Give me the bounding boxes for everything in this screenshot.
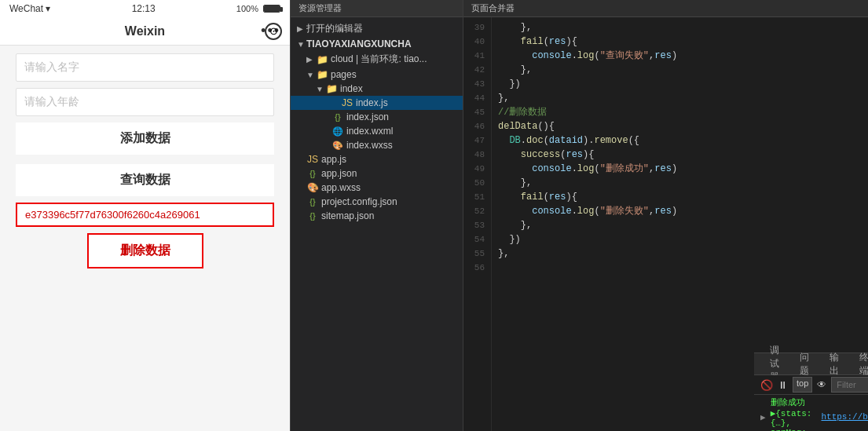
filter-input[interactable]	[831, 377, 868, 393]
data-id-display: e373396c5f77d76300f6260c4a269061	[16, 203, 274, 227]
app-js-label: app.js	[321, 154, 346, 165]
index-folder-label: index	[340, 83, 363, 94]
code-line: console.log("删除成功",res)	[498, 162, 862, 176]
phone-panel: WeChat ▾ 12:13 100% ••• Weixin ⊙ 请输入名字 请…	[0, 0, 291, 431]
context-label: top	[797, 378, 808, 388]
project-config-item[interactable]: {} project.config.json	[291, 195, 463, 209]
line-numbers: 3940414243 4445464748 4950515253 545556	[463, 17, 492, 431]
app-js-item[interactable]: JS app.js	[291, 152, 463, 166]
code-line: },	[498, 63, 862, 77]
project-name: TIAOYAXIANGXUNCHA	[306, 38, 412, 49]
code-line: delData(){	[498, 119, 862, 133]
app-wxss-icon: 🎨	[306, 182, 319, 193]
code-line: //删除数据	[498, 105, 862, 119]
phone-status-bar: WeChat ▾ 12:13 100%	[0, 0, 290, 17]
bottom-panel: 调试器 问题 输出 终端 ∧ ✕ 🚫 ⏸ top 👁 Wxml Console …	[754, 352, 868, 431]
index-wxss-item[interactable]: 🎨 index.wxss	[291, 138, 463, 152]
query-data-button[interactable]: 查询数据	[16, 164, 274, 196]
index-wxml-label: index.wxml	[346, 126, 393, 137]
battery-icon	[263, 5, 280, 13]
bottom-tabs: 调试器 问题 输出 终端 ∧ ✕	[754, 353, 868, 375]
index-json-icon: {}	[331, 112, 344, 122]
cloud-item[interactable]: ▶ 📁 cloud | 当前环境: tiao...	[291, 51, 463, 68]
app-wxss-item[interactable]: 🎨 app.wxss	[291, 181, 463, 195]
code-line: },	[498, 247, 862, 261]
index-wxss-label: index.wxss	[346, 140, 393, 151]
code-line	[498, 261, 862, 275]
index-js-item[interactable]: JS index.js	[291, 96, 463, 110]
phone-body: 请输入名字 请输入年龄 添加数据 查询数据 e373396c5f77d76300…	[0, 46, 290, 431]
code-line: })	[498, 77, 862, 91]
sitemap-json-icon: {}	[306, 211, 319, 221]
clock: 12:13	[132, 3, 156, 14]
index-wxss-icon: 🎨	[331, 141, 344, 151]
sitemap-json-label: sitemap.json	[321, 210, 374, 221]
phone-header: ••• Weixin ⊙	[0, 17, 290, 46]
phone-title: Weixin	[125, 24, 165, 38]
code-panel: 页面合并器 3940414243 4445464748 4950515253 5…	[463, 0, 868, 431]
add-data-button[interactable]: 添加数据	[16, 122, 274, 155]
code-line: },	[498, 176, 862, 190]
pages-item[interactable]: ▼ 📁 pages	[291, 68, 463, 82]
code-line: },	[498, 218, 862, 232]
index-folder-arrow: ▼	[316, 85, 325, 93]
log-success-text: 删除成功 ▶{stats: {…}, errMsg:	[771, 396, 812, 431]
log-arrow: ▶	[760, 412, 766, 422]
code-line: success(res){	[498, 148, 862, 162]
cloud-arrow: ▶	[306, 55, 316, 64]
index-folder-icon: 📁	[325, 83, 338, 94]
status-left: WeChat ▾	[9, 3, 50, 14]
index-wxml-icon: 🌐	[331, 126, 344, 137]
cloud-label: cloud | 当前环境: tiao...	[331, 53, 427, 66]
code-line: console.log("查询失败",res)	[498, 49, 862, 63]
pages-label: pages	[331, 69, 357, 80]
battery-pct: 100%	[236, 4, 258, 13]
index-json-label: index.json	[346, 111, 389, 122]
name-input[interactable]: 请输入名字	[16, 53, 274, 82]
project-arrow: ▼	[297, 40, 306, 49]
code-line: console.log("删除失败",res)	[498, 204, 862, 218]
index-folder-item[interactable]: ▼ 📁 index	[291, 82, 463, 96]
open-editors-arrow: ▶	[297, 24, 306, 33]
project-root-item[interactable]: ▼ TIAOYAXIANGXUNCHA	[291, 37, 463, 51]
console-log-area: ▶ 删除成功 ▶{stats: {…}, errMsg: https://blo…	[754, 395, 868, 431]
clear-console-btn[interactable]: 🚫	[760, 378, 773, 392]
index-js-label: index.js	[356, 97, 388, 108]
app-json-icon: {}	[306, 169, 319, 178]
sitemap-json-item[interactable]: {} sitemap.json	[291, 209, 463, 223]
app-js-icon: JS	[306, 154, 319, 165]
pages-arrow: ▼	[306, 71, 316, 79]
status-right: 100%	[236, 4, 280, 13]
context-select[interactable]: top	[793, 377, 812, 393]
code-line: fail(res){	[498, 35, 862, 49]
file-tree-body: ▶ 打开的编辑器 ▼ TIAOYAXIANGXUNCHA ▶ 📁 cloud |…	[291, 17, 463, 226]
code-line: },	[498, 20, 862, 35]
project-config-label: project.config.json	[321, 196, 397, 207]
carrier-text: WeChat ▾	[9, 3, 50, 14]
app-wxss-label: app.wxss	[321, 182, 361, 193]
pages-folder-icon: 📁	[316, 69, 328, 80]
pause-btn[interactable]: ⏸	[778, 378, 788, 392]
cloud-folder-icon: 📁	[316, 54, 328, 65]
age-input[interactable]: 请输入年龄	[16, 88, 274, 116]
bottom-toolbar: 🚫 ⏸ top 👁 Wxml Console Sources Network S…	[754, 375, 868, 395]
phone-circle-btn[interactable]: ⊙	[265, 23, 282, 40]
project-config-icon: {}	[306, 197, 319, 206]
code-line: fail(res){	[498, 190, 862, 204]
code-line: DB.doc(dataid).remove({	[498, 133, 862, 148]
index-wxml-item[interactable]: 🌐 index.wxml	[291, 124, 463, 138]
code-line: },	[498, 91, 862, 105]
app-json-item[interactable]: {} app.json	[291, 166, 463, 181]
file-tree-panel: 资源管理器 ▶ 打开的编辑器 ▼ TIAOYAXIANGXUNCHA ▶ 📁 c…	[291, 0, 463, 431]
battery-fill	[264, 5, 280, 12]
delete-data-button[interactable]: 删除数据	[87, 233, 203, 268]
code-line: })	[498, 232, 862, 247]
code-header: 页面合并器	[463, 0, 868, 17]
log-url[interactable]: https://blog.csdn.net/agepower1989	[821, 412, 868, 422]
open-editors-item[interactable]: ▶ 打开的编辑器	[291, 20, 463, 37]
app-json-label: app.json	[321, 168, 357, 179]
open-editors-label: 打开的编辑器	[306, 22, 363, 35]
eye-icon[interactable]: 👁	[817, 378, 826, 392]
index-json-item[interactable]: {} index.json	[291, 110, 463, 124]
index-js-icon: JS	[341, 97, 353, 108]
